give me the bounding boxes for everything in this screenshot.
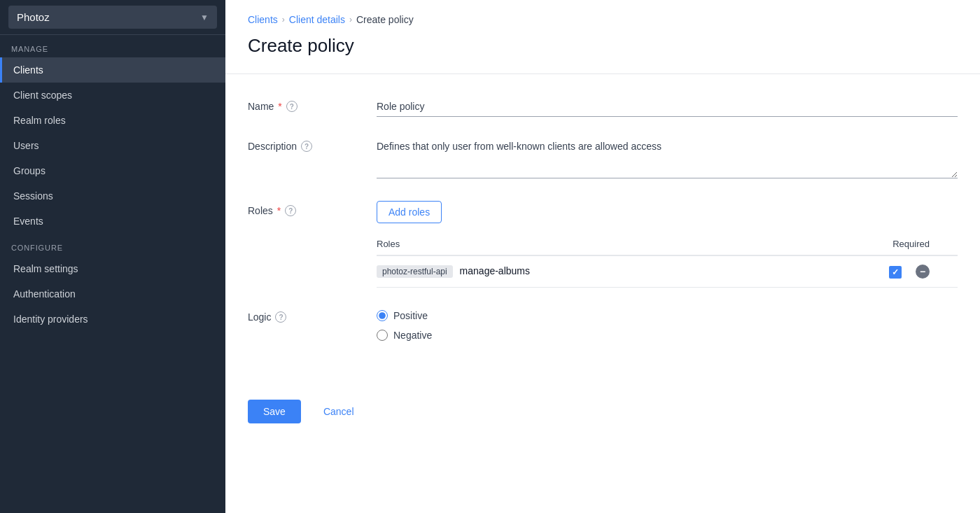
sidebar-item-users[interactable]: Users bbox=[0, 133, 225, 158]
page-title: Create policy bbox=[225, 32, 980, 73]
table-row: photoz-restful-api manage-albums − bbox=[377, 255, 958, 288]
sidebar-item-groups[interactable]: Groups bbox=[0, 158, 225, 183]
col-required-header: Required bbox=[778, 234, 958, 255]
name-label-col: Name * ? bbox=[248, 97, 360, 112]
realm-name: Photoz bbox=[17, 11, 50, 23]
col-roles-header: Roles bbox=[377, 234, 778, 255]
name-required: * bbox=[278, 101, 281, 112]
sidebar-item-clients[interactable]: Clients bbox=[0, 57, 225, 83]
logic-positive-option[interactable]: Positive bbox=[377, 310, 958, 321]
sidebar-item-client-scopes[interactable]: Client scopes bbox=[0, 83, 225, 108]
logic-positive-label: Positive bbox=[393, 310, 428, 321]
logic-label-col: Logic ? bbox=[248, 307, 360, 323]
sidebar-item-identity-providers[interactable]: Identity providers bbox=[0, 307, 225, 332]
roles-input-col: Add roles Roles Required photoz-restful-… bbox=[377, 201, 958, 288]
main-content: Clients › Client details › Create policy… bbox=[225, 0, 980, 513]
roles-table: Roles Required photoz-restful-api manage… bbox=[377, 234, 958, 288]
breadcrumb-clients[interactable]: Clients bbox=[248, 14, 278, 25]
roles-required: * bbox=[277, 205, 281, 216]
logic-positive-radio[interactable] bbox=[377, 310, 388, 321]
roles-row: Roles * ? Add roles Roles Required bbox=[248, 201, 958, 288]
breadcrumb: Clients › Client details › Create policy bbox=[225, 0, 980, 32]
configure-section-label: Configure bbox=[0, 234, 225, 256]
description-label-col: Description ? bbox=[248, 136, 360, 152]
name-input[interactable] bbox=[377, 97, 958, 117]
form-actions: Save Cancel bbox=[225, 383, 980, 440]
sidebar-header: Photoz ▼ bbox=[0, 0, 225, 35]
logic-info-icon: ? bbox=[275, 311, 286, 323]
sidebar-item-realm-settings[interactable]: Realm settings bbox=[0, 256, 225, 281]
description-info-icon: ? bbox=[301, 141, 312, 152]
role-name: manage-albums bbox=[460, 265, 530, 276]
required-cell: − bbox=[778, 255, 958, 288]
role-cell: photoz-restful-api manage-albums bbox=[377, 255, 778, 288]
sidebar-item-sessions[interactable]: Sessions bbox=[0, 183, 225, 209]
cancel-button[interactable]: Cancel bbox=[312, 400, 365, 423]
logic-input-col: Positive Negative bbox=[377, 307, 958, 341]
logic-negative-option[interactable]: Negative bbox=[377, 330, 958, 341]
name-label: Name bbox=[248, 101, 274, 112]
manage-section-label: Manage bbox=[0, 35, 225, 57]
logic-row: Logic ? Positive Negative bbox=[248, 307, 958, 341]
roles-info-icon: ? bbox=[285, 205, 296, 216]
roles-label-col: Roles * ? bbox=[248, 201, 360, 216]
chevron-down-icon: ▼ bbox=[200, 13, 209, 22]
logic-radio-group: Positive Negative bbox=[377, 307, 958, 341]
description-label: Description bbox=[248, 141, 297, 152]
sidebar-section-manage: Manage Clients Client scopes Realm roles… bbox=[0, 35, 225, 234]
logic-label: Logic bbox=[248, 311, 271, 323]
remove-role-icon[interactable]: − bbox=[916, 265, 930, 279]
sidebar-item-events[interactable]: Events bbox=[0, 209, 225, 234]
realm-selector[interactable]: Photoz ▼ bbox=[8, 6, 217, 29]
logic-negative-radio[interactable] bbox=[377, 330, 388, 341]
breadcrumb-sep-1: › bbox=[282, 15, 285, 24]
description-input-col bbox=[377, 136, 958, 181]
sidebar-item-realm-roles[interactable]: Realm roles bbox=[0, 108, 225, 133]
add-roles-button[interactable]: Add roles bbox=[377, 201, 442, 223]
description-input[interactable] bbox=[377, 136, 958, 178]
name-row: Name * ? bbox=[248, 97, 958, 117]
save-button[interactable]: Save bbox=[248, 400, 301, 423]
required-checkbox[interactable] bbox=[889, 266, 902, 279]
logic-negative-label: Negative bbox=[393, 330, 432, 341]
sidebar-item-authentication[interactable]: Authentication bbox=[0, 281, 225, 307]
description-row: Description ? bbox=[248, 136, 958, 181]
breadcrumb-sep-2: › bbox=[349, 15, 352, 24]
form-area: Name * ? Description ? Roles * ? bbox=[225, 74, 980, 383]
roles-label: Roles bbox=[248, 205, 273, 216]
role-badge: photoz-restful-api bbox=[377, 265, 453, 278]
name-input-col bbox=[377, 97, 958, 117]
breadcrumb-current: Create policy bbox=[356, 14, 414, 25]
sidebar: Photoz ▼ Manage Clients Client scopes Re… bbox=[0, 0, 225, 513]
name-info-icon: ? bbox=[286, 101, 298, 112]
breadcrumb-client-details[interactable]: Client details bbox=[289, 14, 345, 25]
sidebar-section-configure: Configure Realm settings Authentication … bbox=[0, 234, 225, 332]
